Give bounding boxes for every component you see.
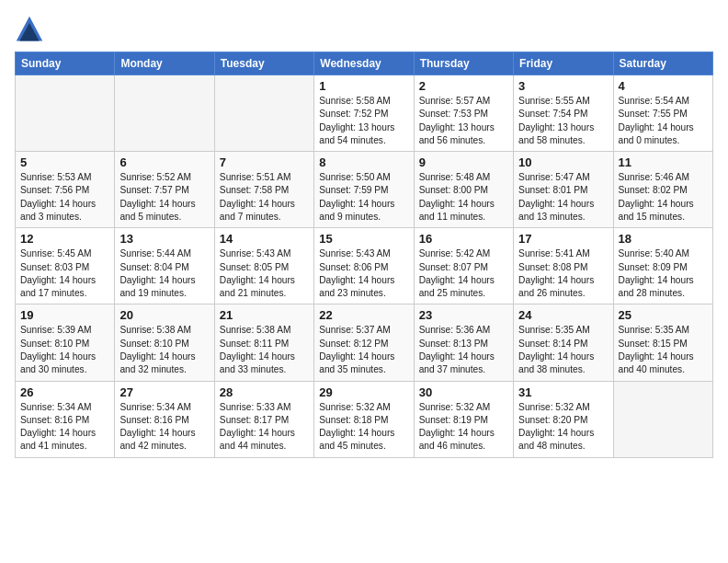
calendar-cell: 16Sunrise: 5:42 AM Sunset: 8:07 PM Dayli…: [414, 228, 513, 304]
day-info: Sunrise: 5:32 AM Sunset: 8:19 PM Dayligh…: [419, 401, 508, 454]
day-number: 19: [20, 308, 109, 322]
calendar-cell: 19Sunrise: 5:39 AM Sunset: 8:10 PM Dayli…: [16, 304, 115, 381]
day-info: Sunrise: 5:55 AM Sunset: 7:54 PM Dayligh…: [518, 95, 608, 147]
day-number: 22: [319, 308, 408, 322]
day-number: 20: [119, 308, 209, 322]
day-info: Sunrise: 5:34 AM Sunset: 8:16 PM Dayligh…: [20, 401, 109, 454]
calendar-cell: 28Sunrise: 5:33 AM Sunset: 8:17 PM Dayli…: [214, 381, 313, 457]
day-info: Sunrise: 5:36 AM Sunset: 8:13 PM Dayligh…: [419, 324, 508, 376]
day-number: 31: [518, 385, 608, 399]
day-number: 2: [419, 79, 508, 93]
calendar-cell: 10Sunrise: 5:47 AM Sunset: 8:01 PM Dayli…: [514, 152, 613, 228]
day-number: 18: [619, 232, 708, 246]
calendar-cell: 17Sunrise: 5:41 AM Sunset: 8:08 PM Dayli…: [514, 228, 613, 304]
day-number: 23: [419, 308, 508, 322]
day-info: Sunrise: 5:38 AM Sunset: 8:10 PM Dayligh…: [119, 324, 209, 376]
weekday-header: Monday: [115, 52, 214, 75]
calendar-cell: 18Sunrise: 5:40 AM Sunset: 8:09 PM Dayli…: [613, 228, 712, 304]
day-number: 15: [319, 232, 408, 246]
brand-logo: [15, 15, 48, 44]
calendar-cell: 29Sunrise: 5:32 AM Sunset: 8:18 PM Dayli…: [314, 381, 414, 457]
calendar-cell: [613, 381, 712, 457]
day-number: 6: [119, 155, 209, 169]
day-number: 3: [518, 79, 608, 93]
day-info: Sunrise: 5:41 AM Sunset: 8:08 PM Dayligh…: [518, 247, 608, 300]
day-info: Sunrise: 5:52 AM Sunset: 7:57 PM Dayligh…: [119, 171, 209, 224]
day-info: Sunrise: 5:57 AM Sunset: 7:53 PM Dayligh…: [419, 95, 508, 147]
day-number: 30: [419, 385, 508, 399]
day-info: Sunrise: 5:35 AM Sunset: 8:14 PM Dayligh…: [518, 324, 608, 376]
day-info: Sunrise: 5:39 AM Sunset: 8:10 PM Dayligh…: [20, 324, 109, 376]
day-info: Sunrise: 5:37 AM Sunset: 8:12 PM Dayligh…: [319, 324, 408, 376]
calendar-cell: 9Sunrise: 5:48 AM Sunset: 8:00 PM Daylig…: [414, 152, 513, 228]
weekday-header: Tuesday: [214, 52, 313, 75]
day-number: 4: [619, 79, 708, 93]
day-info: Sunrise: 5:40 AM Sunset: 8:09 PM Dayligh…: [619, 247, 708, 300]
calendar-week-row: 19Sunrise: 5:39 AM Sunset: 8:10 PM Dayli…: [16, 304, 713, 381]
day-info: Sunrise: 5:35 AM Sunset: 8:15 PM Dayligh…: [619, 324, 708, 376]
calendar-cell: 5Sunrise: 5:53 AM Sunset: 7:56 PM Daylig…: [16, 152, 115, 228]
calendar-cell: 27Sunrise: 5:34 AM Sunset: 8:16 PM Dayli…: [115, 381, 214, 457]
calendar-cell: 21Sunrise: 5:38 AM Sunset: 8:11 PM Dayli…: [214, 304, 313, 381]
day-number: 17: [518, 232, 608, 246]
calendar-cell: 15Sunrise: 5:43 AM Sunset: 8:06 PM Dayli…: [314, 228, 414, 304]
calendar-cell: 8Sunrise: 5:50 AM Sunset: 7:59 PM Daylig…: [314, 152, 414, 228]
calendar-cell: 11Sunrise: 5:46 AM Sunset: 8:02 PM Dayli…: [613, 152, 712, 228]
calendar-cell: 13Sunrise: 5:44 AM Sunset: 8:04 PM Dayli…: [115, 228, 214, 304]
day-info: Sunrise: 5:46 AM Sunset: 8:02 PM Dayligh…: [619, 171, 708, 224]
day-info: Sunrise: 5:58 AM Sunset: 7:52 PM Dayligh…: [319, 95, 408, 147]
day-number: 8: [319, 155, 408, 169]
day-info: Sunrise: 5:43 AM Sunset: 8:06 PM Dayligh…: [319, 247, 408, 300]
weekday-header: Sunday: [16, 52, 115, 75]
day-number: 16: [419, 232, 508, 246]
day-number: 24: [518, 308, 608, 322]
calendar-cell: 24Sunrise: 5:35 AM Sunset: 8:14 PM Dayli…: [514, 304, 613, 381]
day-number: 1: [319, 79, 408, 93]
calendar-cell: 22Sunrise: 5:37 AM Sunset: 8:12 PM Dayli…: [314, 304, 414, 381]
page-header: [15, 15, 713, 44]
day-number: 27: [119, 385, 209, 399]
logo-icon: [15, 15, 44, 44]
day-info: Sunrise: 5:43 AM Sunset: 8:05 PM Dayligh…: [220, 247, 309, 300]
calendar-cell: 25Sunrise: 5:35 AM Sunset: 8:15 PM Dayli…: [613, 304, 712, 381]
day-number: 14: [220, 232, 309, 246]
day-number: 25: [619, 308, 708, 322]
calendar-cell: 20Sunrise: 5:38 AM Sunset: 8:10 PM Dayli…: [115, 304, 214, 381]
calendar-cell: 2Sunrise: 5:57 AM Sunset: 7:53 PM Daylig…: [414, 75, 513, 152]
calendar-cell: [214, 75, 313, 152]
calendar-cell: 6Sunrise: 5:52 AM Sunset: 7:57 PM Daylig…: [115, 152, 214, 228]
day-info: Sunrise: 5:42 AM Sunset: 8:07 PM Dayligh…: [419, 247, 508, 300]
day-info: Sunrise: 5:48 AM Sunset: 8:00 PM Dayligh…: [419, 171, 508, 224]
calendar-cell: 30Sunrise: 5:32 AM Sunset: 8:19 PM Dayli…: [414, 381, 513, 457]
day-number: 5: [20, 155, 109, 169]
day-number: 13: [119, 232, 209, 246]
day-number: 10: [518, 155, 608, 169]
calendar-cell: 4Sunrise: 5:54 AM Sunset: 7:55 PM Daylig…: [613, 75, 712, 152]
day-number: 21: [220, 308, 309, 322]
calendar-cell: [115, 75, 214, 152]
weekday-header: Friday: [514, 52, 613, 75]
calendar-cell: [16, 75, 115, 152]
calendar-header: SundayMondayTuesdayWednesdayThursdayFrid…: [16, 52, 713, 75]
day-info: Sunrise: 5:38 AM Sunset: 8:11 PM Dayligh…: [220, 324, 309, 376]
calendar-week-row: 12Sunrise: 5:45 AM Sunset: 8:03 PM Dayli…: [16, 228, 713, 304]
calendar-cell: 12Sunrise: 5:45 AM Sunset: 8:03 PM Dayli…: [16, 228, 115, 304]
day-info: Sunrise: 5:44 AM Sunset: 8:04 PM Dayligh…: [119, 247, 209, 300]
calendar-cell: 7Sunrise: 5:51 AM Sunset: 7:58 PM Daylig…: [214, 152, 313, 228]
calendar-table: SundayMondayTuesdayWednesdayThursdayFrid…: [15, 52, 713, 458]
day-number: 7: [220, 155, 309, 169]
day-number: 12: [20, 232, 109, 246]
day-info: Sunrise: 5:51 AM Sunset: 7:58 PM Dayligh…: [220, 171, 309, 224]
calendar-cell: 26Sunrise: 5:34 AM Sunset: 8:16 PM Dayli…: [16, 381, 115, 457]
day-info: Sunrise: 5:53 AM Sunset: 7:56 PM Dayligh…: [20, 171, 109, 224]
calendar-week-row: 26Sunrise: 5:34 AM Sunset: 8:16 PM Dayli…: [16, 381, 713, 457]
day-number: 9: [419, 155, 508, 169]
day-info: Sunrise: 5:54 AM Sunset: 7:55 PM Dayligh…: [619, 95, 708, 147]
weekday-header: Wednesday: [314, 52, 414, 75]
day-info: Sunrise: 5:32 AM Sunset: 8:18 PM Dayligh…: [319, 401, 408, 454]
day-info: Sunrise: 5:34 AM Sunset: 8:16 PM Dayligh…: [119, 401, 209, 454]
calendar-cell: 31Sunrise: 5:32 AM Sunset: 8:20 PM Dayli…: [514, 381, 613, 457]
weekday-header: Thursday: [414, 52, 513, 75]
calendar-cell: 1Sunrise: 5:58 AM Sunset: 7:52 PM Daylig…: [314, 75, 414, 152]
calendar-cell: 23Sunrise: 5:36 AM Sunset: 8:13 PM Dayli…: [414, 304, 513, 381]
